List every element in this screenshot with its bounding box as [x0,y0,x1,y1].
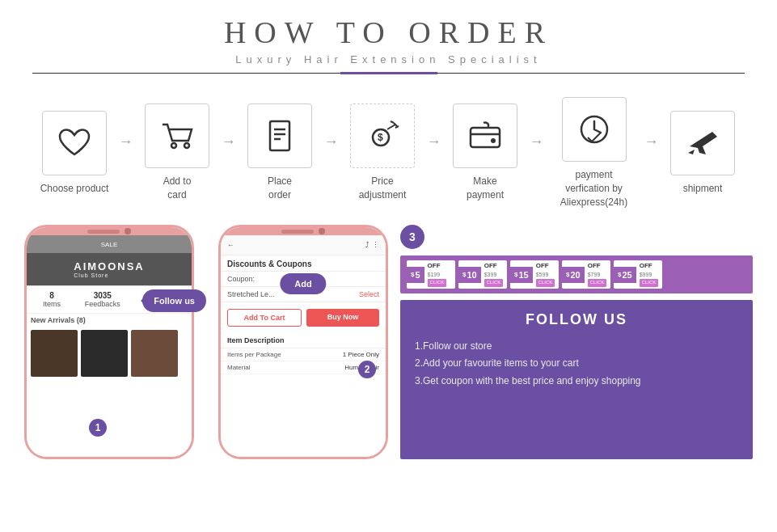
coupon-3: $15 OFF $599 CLICK [510,260,559,288]
phone2-status-bar: ← ⤴ ⋮ [221,235,386,255]
phone1-camera [125,228,131,234]
place-order-icon-box [247,103,312,168]
coupon-1-details: OFF $199 CLICK [424,260,450,288]
step-choose-product: Choose product [32,111,117,196]
add-to-cart-button[interactable]: Add To Cart [227,309,302,327]
coupon-1: $5 OFF $199 CLICK [407,260,455,288]
arrow-3: → [324,133,339,173]
choose-product-icon-box [42,111,107,175]
coupon-2: $10 OFF $399 CLICK [458,260,507,288]
step-label-choose-product: Choose product [40,182,109,196]
product-thumb-2 [81,330,128,377]
phone2-mockup: ← ⤴ ⋮ Discounts & Coupons Coupon: Stretc… [218,225,388,459]
phone1-status-text: SALE [101,241,117,248]
step-label-place-order: Placeorder [268,175,292,202]
coupon-5-claim[interactable]: CLICK [640,279,659,287]
add-to-card-icon-box [145,103,209,168]
coupon-1-amount: $5 [407,267,424,283]
coupon-4-amount: $20 [562,267,585,283]
phone1-status-bar: SALE [27,235,192,253]
phone2-action-buttons: Add To Cart Buy Now [221,302,386,333]
payment-verification-icon-box [562,97,627,162]
buy-now-button[interactable]: Buy Now [306,309,379,327]
arrow-4: → [427,133,441,173]
stat-feedbacks-val: 3035 [85,291,120,300]
arrow-1: → [119,133,133,173]
make-payment-icon-box [453,103,517,168]
stat-feedbacks-label: Feedbacks [85,300,120,308]
store-sub: Club Store [74,272,145,278]
svg-line-10 [391,121,394,123]
phone2-coupon-label: Coupon: [227,275,255,283]
follow-panel-item-3: 3.Get coupon with the best price and enj… [415,373,738,391]
phone2-stretched-label: Stretched Le... [227,290,275,298]
stat-items-val: 8 [43,291,61,300]
phone2-content: ← ⤴ ⋮ Discounts & Coupons Coupon: Stretc… [221,235,386,457]
phone1-speaker [87,230,120,234]
svg-rect-2 [270,121,289,150]
header-section: HOW TO ORDER Luxury Hair Extension Speci… [0,0,777,81]
store-name: AIMOONSA [74,260,145,272]
svg-point-0 [171,143,176,148]
step-payment-verification: paymentverfication byAliexpress(24h) [546,97,643,209]
phone2-desc-row-1: Items per Package 1 Piece Only [221,348,386,361]
phone1-top-bar [27,227,192,235]
coupon-2-details: OFF $399 CLICK [481,260,507,288]
svg-line-8 [387,125,395,129]
step-add-to-card: Add tocard [135,103,220,202]
follow-panel-item-1: 1.Follow our store [415,338,738,356]
coupon-3-min: $599 [536,271,555,278]
coupon-2-amount: $10 [458,267,481,283]
coupon-4-claim[interactable]: CLICK [588,279,607,287]
follow-panel-item-2: 2.Add your favourite items to your cart [415,355,738,373]
follow-panel-title: FOLLOW US [415,311,738,328]
step-make-payment: Makepayment [443,103,528,202]
coupon-4-details: OFF $799 CLICK [585,260,610,288]
phone1-container: SALE AIMOONSA Club Store 8 Items 3035 [24,225,194,459]
coupon-5-min: $999 [640,271,659,278]
divider-accent [340,72,437,74]
step-label-add-to-card: Add tocard [163,175,192,202]
phone2-discounts-title: Discounts & Coupons [221,255,386,272]
phone1-new-arrivals: New Arrivals (8) [27,314,192,327]
stat-feedbacks: 3035 Feedbacks [85,291,120,308]
page-subtitle: Luxury Hair Extension Specialist [0,53,777,65]
step-price-adjustment: $ Priceadjustment [340,103,425,202]
step-label-shipment: shipment [683,182,723,196]
step3-header: 3 [400,225,753,249]
phone1-mockup: SALE AIMOONSA Club Store 8 Items 3035 [24,225,194,459]
coupon-2-claim[interactable]: CLICK [484,279,504,287]
phone1-content: SALE AIMOONSA Club Store 8 Items 3035 [27,235,192,457]
arrow-2: → [222,133,236,173]
svg-rect-12 [471,128,500,147]
arrow-6: → [644,133,659,173]
svg-point-13 [491,138,496,143]
add-bubble: Add [280,273,326,294]
stat-items: 8 Items [43,291,61,308]
desc-key-2: Material [227,364,250,371]
coupon-3-off: OFF [536,262,555,270]
price-adjustment-icon-box: $ [350,103,415,168]
coupon-2-off: OFF [484,262,504,270]
phone2-icons: ⤴ ⋮ [365,241,379,249]
step-label-payment-verification: paymentverfication byAliexpress(24h) [560,168,627,209]
phone2-camera [319,228,325,234]
coupon-5-amount: $25 [614,267,636,283]
svg-point-1 [184,143,189,148]
coupon-3-claim[interactable]: CLICK [536,279,555,287]
badge-3: 3 [400,225,424,249]
phone2-select[interactable]: Select [359,290,379,298]
bottom-section: SALE AIMOONSA Club Store 8 Items 3035 [0,217,777,467]
phone2-item-desc: Item Description [221,333,386,348]
phone2-top-bar [221,227,386,235]
follow-us-bubble: Follow us [142,289,206,312]
header-divider [32,72,745,74]
phone1-products [27,327,192,380]
svg-text:$: $ [378,132,383,143]
coupon-1-claim[interactable]: CLICK [428,279,447,287]
coupon-5-off: OFF [640,262,659,270]
coupon-4-off: OFF [588,262,607,270]
right-panel: 3 $5 OFF $199 CLICK $10 OFF $399 CLICK [400,225,753,459]
coupons-bar: $5 OFF $199 CLICK $10 OFF $399 CLICK $15 [400,255,753,293]
product-thumb-3 [131,330,178,377]
